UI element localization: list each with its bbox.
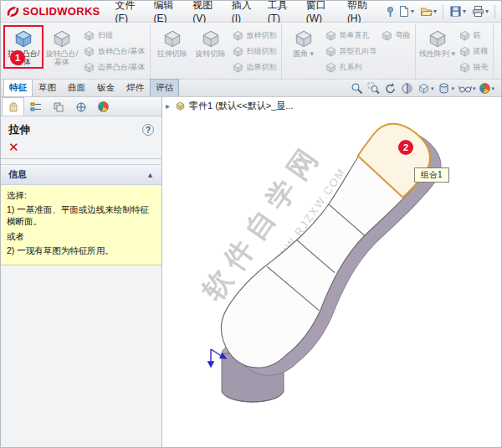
message-line: 1) 一基准面、平面或边线来绘制特征横断面。 (7, 203, 156, 227)
hole-series-button[interactable]: 孔系列 (323, 60, 379, 75)
button-label: 扫描 (98, 30, 113, 41)
solidworks-logo-icon (6, 5, 20, 18)
dimxpert-manager-tab[interactable] (69, 97, 92, 116)
revolved-boss-icon (51, 28, 73, 49)
button-label: 异型孔向导 (340, 46, 377, 57)
extruded-boss-icon (13, 28, 34, 49)
section-view-icon[interactable] (401, 82, 413, 95)
new-document-icon[interactable]: ▾ (396, 3, 416, 19)
previous-view-icon[interactable] (384, 82, 397, 95)
model-3d-view[interactable] (163, 97, 501, 447)
ribbon-button-stack: 弯曲 (379, 26, 412, 43)
shell-button[interactable]: 抽壳 (457, 60, 490, 75)
rib-button[interactable]: 筋 (457, 28, 490, 43)
button-label: 扫描切割 (247, 46, 277, 57)
button-label: 线性阵列 ▾ (418, 49, 457, 68)
shell-icon (458, 61, 471, 74)
button-label: 筋 (474, 30, 481, 41)
ribbon-group: 线性阵列 ▾筋拔模抽壳 (416, 24, 494, 79)
button-label: 放样凸台/基体 (98, 46, 146, 57)
hole-series-icon (325, 61, 337, 74)
rib-icon (458, 29, 471, 42)
toolbar-separator (443, 5, 443, 18)
tab-features[interactable]: 特征 (3, 79, 33, 96)
solidworks-window: SOLIDWORKS 文件(F)编辑(E)视图(V)插入(I)工具(T)窗口(W… (0, 0, 502, 448)
pin-icon[interactable] (385, 6, 396, 18)
ribbon-button-stack: 简单直孔异型孔向导孔系列 (323, 26, 379, 75)
open-document-icon[interactable]: ▾ (418, 3, 438, 19)
edit-appearance-icon[interactable]: ▾ (479, 83, 494, 94)
ribbon-button-stack: 放样切割扫描切割边界切割 (230, 26, 279, 75)
hide-show-items-icon[interactable]: ▾ (458, 82, 476, 95)
boundary-boss-button[interactable]: 边界凸台/基体 (81, 60, 147, 75)
fillet-icon (293, 28, 315, 49)
simple-hole-icon (325, 29, 337, 42)
annotation-step-1: 1 (10, 50, 25, 65)
feature-tree-root[interactable]: ▸ 零件1 (默认<<默认>_显... (166, 100, 293, 112)
command-tab-bar: 特征草图曲面钣金焊件评估 ▾ ▾ (1, 80, 501, 97)
button-label: 放样切割 (247, 30, 277, 41)
view-orientation-icon[interactable]: ▾ (417, 82, 434, 95)
tab-surfaces[interactable]: 曲面 (62, 79, 91, 96)
tab-sketch[interactable]: 草图 (33, 79, 62, 96)
tab-evaluate[interactable]: 评估 (150, 79, 179, 96)
property-title: 拉伸 (8, 122, 30, 137)
extruded-cut-button[interactable]: 拉伸切除 (153, 26, 192, 68)
tab-weldments[interactable]: 焊件 (120, 79, 150, 96)
button-label: 弯曲 (396, 30, 411, 41)
button-label: 拔模 (474, 46, 489, 57)
message-box: 选择:1) 一基准面、平面或边线来绘制特征横断面。或者2) 一现有草图为特征所用… (1, 185, 161, 265)
lofted-cut-icon (232, 29, 244, 42)
help-icon[interactable]: ? (142, 124, 154, 136)
display-manager-tab[interactable] (92, 97, 115, 116)
button-label: 抽壳 (474, 62, 489, 73)
revolved-cut-button[interactable]: 旋转切除 (192, 26, 230, 68)
tab-sheet-metal[interactable]: 钣金 (91, 79, 120, 96)
ribbon-button-stack: 扫描放样凸台/基体边界凸台/基体 (81, 26, 147, 75)
zoom-area-icon[interactable] (367, 82, 380, 95)
collapse-chevron-icon: ▲ (146, 171, 154, 179)
linear-pattern-icon (427, 28, 448, 49)
logo-text: SOLIDWORKS (23, 5, 100, 18)
linear-pattern-button[interactable]: 线性阵列 ▾ (418, 26, 457, 68)
lofted-cut-button[interactable]: 放样切割 (230, 28, 279, 43)
button-label: 旋转切除 (192, 49, 230, 68)
ribbon-button-stack: 筋拔模抽壳 (457, 26, 490, 75)
draft-button[interactable]: 拔模 (457, 44, 490, 59)
swept-cut-button[interactable]: 扫描切割 (230, 44, 279, 59)
quick-access-toolbar: ▾ ▾ ▾ ▾ (396, 3, 501, 19)
button-label: 圆角 ▾ (284, 49, 323, 68)
message-line: 或者 (7, 230, 156, 242)
hole-wizard-button[interactable]: 异型孔向导 (323, 44, 379, 59)
configuration-manager-tab[interactable] (47, 97, 69, 116)
flyout-tree-collapse-icon[interactable]: ▸ (166, 101, 170, 111)
revolved-boss-button[interactable]: 旋转凸台/基体 (43, 26, 81, 68)
boundary-boss-icon (83, 61, 95, 74)
print-icon[interactable]: ▾ (470, 3, 490, 19)
flex-icon (381, 29, 393, 42)
message-line: 选择: (7, 189, 156, 201)
lofted-boss-button[interactable]: 放样凸台/基体 (81, 44, 147, 59)
panel-tab-bar (1, 97, 161, 116)
cancel-button[interactable]: ✕ (8, 140, 19, 154)
feature-tree-root-label: 零件1 (默认<<默认>_显... (189, 100, 293, 112)
display-style-icon[interactable]: ▾ (438, 82, 454, 95)
zoom-fit-icon[interactable] (351, 82, 363, 95)
swept-boss-button[interactable]: 扫描 (81, 28, 147, 43)
message-groupbox-header[interactable]: 信息 ▲ (1, 164, 161, 185)
button-label: 边界切割 (247, 62, 277, 73)
property-manager-tab[interactable] (2, 97, 24, 116)
message-line: 2) 一现有草图为特征所用。 (7, 245, 156, 256)
save-icon[interactable]: ▾ (448, 3, 468, 19)
feature-manager-tab[interactable] (24, 97, 47, 116)
simple-hole-button[interactable]: 简单直孔 (323, 28, 379, 43)
part-icon (175, 100, 186, 111)
boundary-cut-button[interactable]: 边界切割 (230, 60, 279, 75)
revolved-cut-icon (200, 28, 222, 49)
graphics-viewport[interactable]: 软件自学网 WWW.RJZXW.COM (163, 97, 501, 447)
hole-wizard-icon (325, 45, 337, 58)
fillet-button[interactable]: 圆角 ▾ (284, 26, 323, 68)
flex-button[interactable]: 弯曲 (379, 28, 412, 43)
property-manager-panel: 拉伸 ? ✕ 信息 ▲ 选择:1) 一基准面、平面或边线来绘制特征横断面。或者2… (1, 97, 162, 447)
selection-tooltip: 组合1 (414, 167, 449, 183)
